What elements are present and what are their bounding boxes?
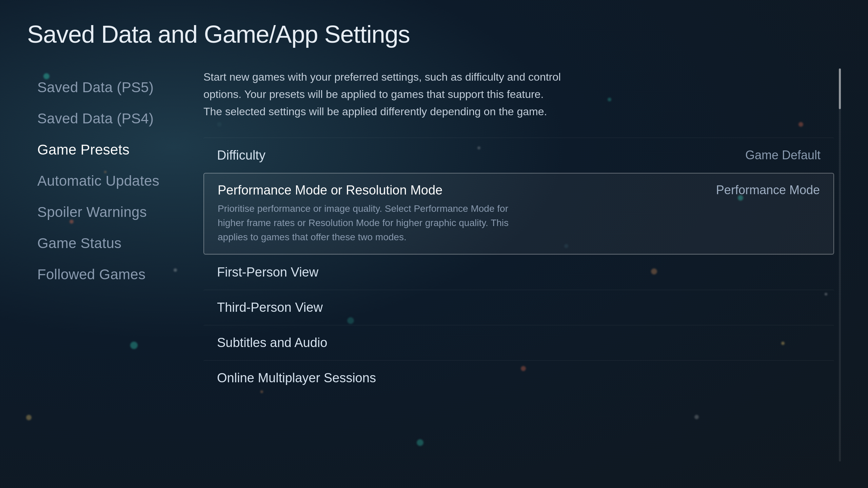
sidebar-item-spoiler-warnings[interactable]: Spoiler Warnings [27,197,190,228]
setting-row-subtitles-and-audio[interactable]: Subtitles and Audio [203,325,834,360]
sidebar-item-game-presets[interactable]: Game Presets [27,134,190,165]
scrollbar-track[interactable] [839,68,841,462]
setting-row-performance-mode[interactable]: Performance Mode or Resolution ModePerfo… [203,173,834,255]
setting-row-difficulty[interactable]: DifficultyGame Default [203,138,834,173]
description-text: Start new games with your preferred sett… [203,68,563,121]
sidebar: Saved Data (PS5)Saved Data (PS4)Game Pre… [27,68,190,462]
setting-value-difficulty: Game Default [745,148,821,162]
setting-label-third-person-view: Third-Person View [217,300,323,315]
setting-row-top-performance-mode: Performance Mode or Resolution ModePerfo… [218,183,820,198]
setting-label-performance-mode: Performance Mode or Resolution Mode [218,183,442,198]
main-panel: Start new games with your preferred sett… [190,68,841,462]
scrollbar-thumb[interactable] [839,68,841,109]
setting-description-performance-mode: Prioritise performance or image quality.… [218,202,530,244]
setting-value-performance-mode: Performance Mode [716,183,820,197]
sidebar-item-automatic-updates[interactable]: Automatic Updates [27,165,190,197]
sidebar-item-saved-data-ps5[interactable]: Saved Data (PS5) [27,72,190,103]
setting-row-third-person-view[interactable]: Third-Person View [203,290,834,325]
settings-list: DifficultyGame DefaultPerformance Mode o… [203,138,834,395]
content-layout: Saved Data (PS5)Saved Data (PS4)Game Pre… [27,68,841,462]
setting-label-difficulty: Difficulty [217,148,265,163]
setting-label-online-multiplayer-sessions: Online Multiplayer Sessions [217,371,376,385]
sidebar-item-followed-games[interactable]: Followed Games [27,259,190,290]
setting-label-first-person-view: First-Person View [217,265,318,280]
setting-row-inner-performance-mode: Performance Mode or Resolution ModePerfo… [218,183,820,244]
setting-row-first-person-view[interactable]: First-Person View [203,255,834,290]
setting-label-subtitles-and-audio: Subtitles and Audio [217,336,327,350]
setting-row-online-multiplayer-sessions[interactable]: Online Multiplayer Sessions [203,360,834,395]
page-container: Saved Data and Game/App Settings Saved D… [0,0,868,488]
sidebar-item-game-status[interactable]: Game Status [27,228,190,259]
sidebar-item-saved-data-ps4[interactable]: Saved Data (PS4) [27,103,190,134]
page-title: Saved Data and Game/App Settings [27,20,841,48]
